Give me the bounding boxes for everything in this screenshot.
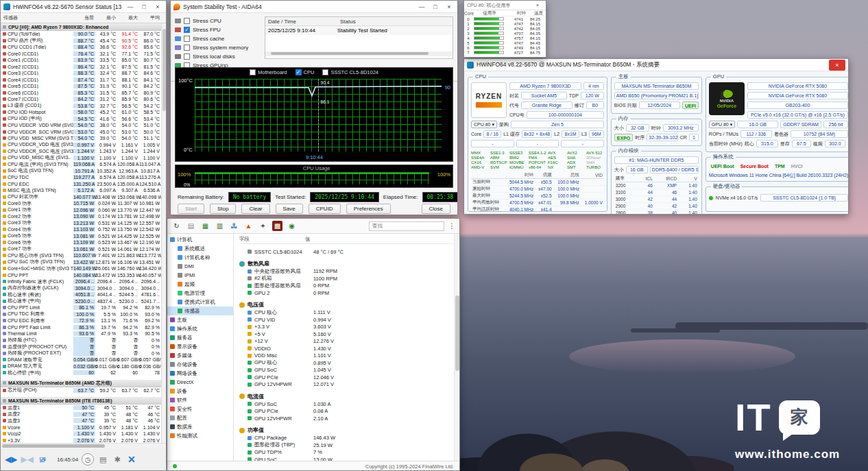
search-input[interactable] — [369, 221, 444, 231]
log-scrollbar[interactable] — [265, 51, 453, 56]
sensor-row[interactable]: Core5 功率13.081 W0.521 W14.425 W12.525 W — [1, 233, 165, 240]
sensor-row[interactable]: Core3 (CCD1)88.3 °C32.4 °C88.7 °C84.6 °C — [1, 70, 165, 77]
counter-icon[interactable]: ▩ — [272, 221, 282, 231]
sensor-row[interactable]: CPU VDD_MISC VRM (SVI3 T..54.0 °C39.0 °C… — [1, 135, 165, 142]
checkbox[interactable] — [184, 36, 190, 42]
stress-option[interactable]: Stress local disks — [175, 52, 261, 61]
minimize-icon[interactable]: — — [125, 3, 136, 10]
sensor-row[interactable]: Core5 (CCD1)87.5 °C31.9 °C90.1 °C84.2 °C — [1, 83, 165, 90]
sensor-group-header[interactable]: CPU [#0]: AMD Ryzen 7 9800X3D: Enhanced — [1, 23, 165, 31]
tree-item-主板[interactable]: 主板 — [167, 315, 233, 324]
tree-item-设备[interactable]: 设备 — [167, 387, 233, 396]
sensor-row[interactable]: Core4 (CCD1)87.4 °C31.7 °C88.1 °C84.1 °C — [1, 77, 165, 84]
col-最小[interactable]: 最小 — [95, 14, 117, 21]
close-button[interactable]: Close — [422, 204, 450, 214]
sensor-row[interactable]: 温度150 °C45 °C51 °C47 °C — [1, 404, 165, 411]
tree-item-软件[interactable]: 软件 — [167, 396, 233, 404]
tree-item-IPMI[interactable]: IPMI — [167, 271, 233, 280]
core-row[interactable]: 7472784.75 — [464, 50, 546, 55]
sensor-row[interactable]: Core6 功率13.109 W0.523 W13.467 W12.190 W — [1, 239, 165, 246]
sensor-row[interactable]: CPU EDC131.250 A23.500 A135.000 A124.510… — [1, 181, 165, 188]
logging-icon[interactable]: ▤ — [97, 454, 108, 465]
col-sensor[interactable]: 传感器 — [1, 14, 73, 21]
tree-item-服务器[interactable]: 服务器 — [167, 333, 233, 342]
sensor-horizontal-scrollbar[interactable] — [1, 443, 166, 448]
close-icon[interactable]: × — [444, 3, 455, 10]
sensor-row[interactable]: 核心停驻 (平均)60626078 — [1, 370, 165, 376]
sensor-item-row[interactable]: +5 V5.160 V — [239, 330, 459, 338]
stability-log[interactable]: Date / Time Status 2025/12/25 9:10:44 St… — [265, 16, 453, 59]
sensor-item-row[interactable]: VDD Misc1.101 V — [239, 352, 459, 360]
clear-button[interactable]: Clear — [241, 204, 269, 214]
sensor-item-row[interactable]: GPU 20 RPM — [239, 289, 459, 297]
save-button[interactable]: Save — [276, 204, 303, 214]
sensor-row[interactable]: Core4 功率13.103 W0.752 W13.750 W12.542 W — [1, 226, 165, 233]
tree-item-便携式计算机[interactable]: 便携式计算机 — [167, 298, 233, 306]
sensor-row[interactable]: CPU VDDCR_SOC VRM (SVI3..53.0 °C45.0 °C5… — [1, 129, 165, 136]
sensor-item-row[interactable]: #2 机箱1100 RPM — [239, 275, 459, 282]
sensor-item-row[interactable]: GPU 12VHPWR12.071 V — [239, 381, 459, 389]
core-row[interactable]: 6474984.15 — [464, 45, 546, 50]
network-icon[interactable]: 🖧 — [229, 221, 239, 231]
gpu-selector-dropdown[interactable]: GPU #0 ▾ — [709, 121, 735, 128]
tree-item-网络设备[interactable]: 网络设备 — [167, 369, 233, 378]
cpu-selector-dropdown[interactable]: CPU #0 ▾ — [471, 121, 497, 128]
sensor-item-row[interactable]: GPU PCIe12.046 V — [239, 374, 459, 381]
sensor-item-row[interactable]: GPU TDP%7 % — [239, 449, 459, 457]
tree-item-计算机名称[interactable]: 计算机名称 — [167, 253, 233, 262]
checkbox[interactable]: ✓ — [184, 27, 190, 33]
preferences-button[interactable]: Preferences — [346, 204, 391, 214]
move-left-right-icon[interactable]: ◀▶ — [5, 455, 17, 464]
sensor-item-row[interactable]: GPU PCIe0.08 A — [239, 408, 459, 415]
sensor-item-row[interactable]: CPU VID0.994 V — [239, 316, 459, 324]
tree-item-操作系统[interactable]: 操作系统 — [167, 324, 233, 333]
close-icon[interactable]: × — [152, 3, 163, 10]
sensor-item-row[interactable]: SSSTC CL5-8D102448 °C / 69 °C — [239, 248, 459, 256]
sensor-row[interactable]: 热降频 (HTC)否否否0 % — [1, 337, 165, 344]
legend-checkbox[interactable]: ✓ — [296, 69, 302, 75]
sensor-row[interactable]: 温度247 °C39 °C48 °C46 °C — [1, 411, 165, 418]
more-menu-icon[interactable]: ⋮ — [448, 222, 455, 230]
sensor-row[interactable]: SoC 电流 (SVI3 TFN)10.791 A10.352 A12.963 … — [1, 168, 165, 175]
tree-item-传感器[interactable]: 传感器 — [167, 306, 233, 315]
stability-titlebar[interactable]: System Stability Test - AIDA64 — □ × — [171, 1, 457, 13]
sensor-group-header[interactable]: MAXSUN MS-Terminator B650M (AMD 芯片组) — [1, 380, 165, 387]
sensor-row[interactable]: CPU PPT140.084 W33.472 W153.353 W140.057… — [1, 272, 165, 279]
settings-gear-icon[interactable]: ✱ — [112, 454, 123, 465]
core-row[interactable]: 1474784.15 — [464, 21, 546, 26]
report-icon[interactable]: ▤ — [186, 221, 196, 231]
sensor-row[interactable]: 内存控制器速率 (UCLK)3094.0 ..3094.0 ..3094.0 .… — [1, 285, 165, 292]
tree-item-超频[interactable]: 超频 — [167, 280, 233, 289]
tree-item-安全性[interactable]: 安全性 — [167, 404, 233, 413]
sensor-row[interactable]: Core7 功率13.061 W0.521 W14.061 W12.174 W — [1, 246, 165, 253]
stability-flame-icon[interactable]: ▲ — [243, 221, 254, 231]
close-icon[interactable]: × — [829, 60, 845, 71]
stress-option[interactable]: Stress system memory — [175, 43, 261, 52]
legend-checkbox[interactable] — [250, 69, 256, 75]
sensor-row[interactable]: CPU PPT Fast Limit86.3 %19.7 %94.2 %82.9… — [1, 324, 165, 331]
sensor-item-row[interactable]: 中央处理器散热风扇1192 RPM — [239, 268, 459, 276]
sensor-item-row[interactable]: CPU 核心1.111 V — [239, 309, 459, 317]
sensor-row[interactable]: CPU 电流 (平均) (SVI3 TFN)119.068 A6.574 A12… — [1, 161, 165, 168]
sensor-row[interactable]: 温度347 °C39 °C48 °C46 °C — [1, 418, 165, 424]
tree-item-性能测试[interactable]: 性能测试 — [167, 431, 233, 440]
sensor-row[interactable]: CPU VDDCR_VDD VRM (SVI3..54.0 °C38.0 °C5… — [1, 122, 165, 129]
stress-option[interactable]: Stress cache — [175, 34, 261, 43]
sensor-row[interactable]: CPU VDDCR_VDD 电压 (SVI3..0.997 V0.994 V1.… — [1, 142, 165, 149]
checkbox[interactable] — [184, 53, 190, 60]
drive-row[interactable]: NVMe x4 16.0 GT/s SSSTC CL5-8D1024 (1.0 … — [709, 194, 848, 202]
sensor-row[interactable]: Core7 (CCD1)84.2 °C31.2 °C85.9 °C80.6 °C — [1, 96, 165, 103]
devices-icon[interactable]: ▦ — [200, 221, 210, 231]
sensor-group-header[interactable]: MAXSUN MS-Terminator B650M (ITE IT8613E) — [1, 397, 165, 404]
sensor-item-row[interactable]: +12 V12.276 V — [239, 338, 459, 346]
maximize-icon[interactable]: □ — [430, 3, 441, 10]
sensor-row[interactable]: Core0 功率10.715 W0.024 W11.307 W10.981 W — [1, 200, 165, 207]
sensor-item-row[interactable]: +3.3 V3.603 V — [239, 324, 459, 331]
checkbox[interactable] — [184, 18, 190, 24]
sensor-row[interactable]: Core1 (CCD1)83.9 °C33.5 °C85.0 °C80.7 °C — [1, 57, 165, 64]
summary-titlebar[interactable]: HWiNFO64 v8.22-5670 @ MAXSUN MS-Terminat… — [464, 59, 848, 71]
stop-button[interactable]: Stop — [210, 204, 236, 214]
sensor-titlebar[interactable]: HWiNFO64 v8.22-5670 Sensor Status [13 va… — [1, 1, 166, 13]
sensor-row[interactable]: 热降频 (PROCHOT EXT)否否否0 % — [1, 350, 165, 357]
sensor-row[interactable]: Core1 功率12.096 W0.060 W13.770 W12.447 W — [1, 207, 165, 214]
